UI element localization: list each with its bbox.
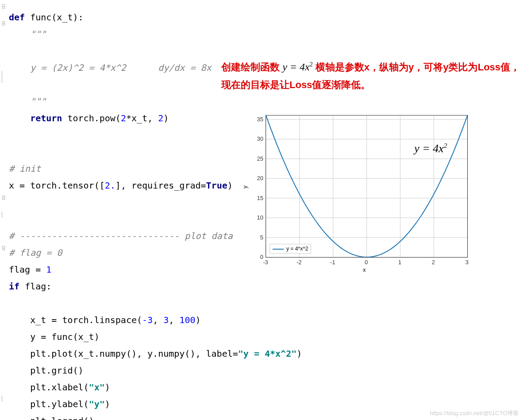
y-axis-label: y (242, 185, 248, 189)
chart-formula: y = 4x2 (414, 142, 447, 155)
editor-gutter: ⊟ ⊟ ⌊ ⌊ ⊟ ⌊ ⊟ ⌊ (0, 0, 8, 420)
x-tick: -1 (326, 259, 339, 266)
y-tick: 15 (252, 194, 263, 201)
y-tick: 5 (252, 234, 263, 240)
fold-icon[interactable]: ⊟ (2, 244, 5, 251)
fold-end-icon: ⌊ (1, 211, 3, 218)
chart-legend: y = 4*x^2 (270, 244, 311, 254)
x-tick: 2 (427, 259, 440, 266)
annotation-text: 创建绘制函数 y = 4x2 横轴是参数x，纵轴为y，可将y类比为Loss值，现… (221, 56, 522, 94)
keyword-def: def (9, 12, 25, 23)
chart-svg (266, 116, 467, 257)
fold-icon[interactable]: ⊟ (2, 19, 5, 27)
y-tick: 10 (252, 214, 263, 221)
legend-line-icon (273, 249, 284, 250)
x-tick: 0 (360, 259, 373, 266)
fold-end-icon: ⌊ (1, 76, 3, 83)
x-tick: 1 (393, 259, 406, 266)
x-tick: -3 (259, 259, 272, 266)
plot-area: y = 4*x^2 y = 4x2 (266, 115, 468, 258)
chart-container: y = 4*x^2 y = 4x2 0 5 10 15 20 25 30 35 … (241, 111, 471, 274)
y-tick: 25 (252, 155, 263, 162)
x-axis-label: x (363, 266, 366, 273)
x-tick: 3 (460, 259, 474, 266)
watermark: https://blog.csdn.net/@51CTO博客 (430, 409, 519, 417)
y-tick: 35 (252, 116, 263, 122)
x-tick: -2 (293, 259, 306, 266)
fold-end-icon: ⌊ (1, 395, 3, 402)
fold-icon[interactable]: ⊟ (2, 194, 5, 201)
y-tick: 20 (252, 175, 263, 181)
y-tick: 30 (252, 135, 263, 142)
fold-icon[interactable]: ⊟ (2, 3, 5, 10)
formula-inline: y = 4x2 (282, 61, 313, 73)
